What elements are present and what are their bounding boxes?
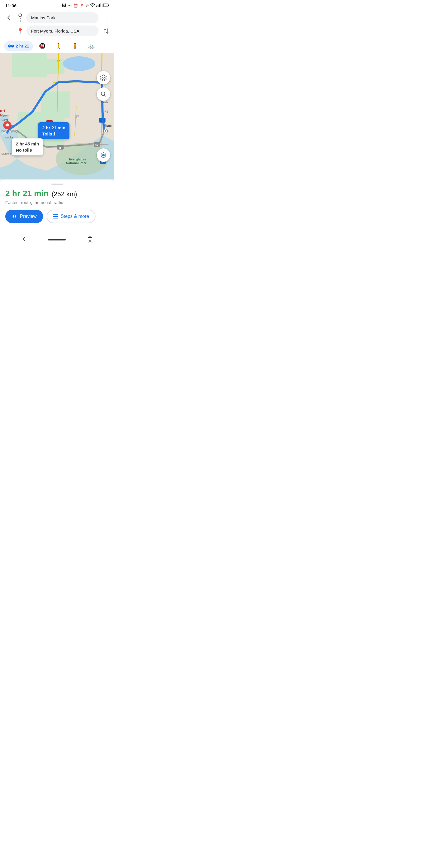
preview-button[interactable]: Preview bbox=[5, 210, 43, 223]
route-description: Fastest route, the usual traffic bbox=[5, 200, 109, 205]
svg-text:Everglades: Everglades bbox=[69, 157, 86, 161]
svg-rect-6 bbox=[108, 5, 109, 6]
transit-icon: 🚇 bbox=[39, 43, 45, 49]
search-header: ⋮ 📍 bbox=[0, 10, 114, 39]
wifi-icon bbox=[90, 3, 95, 8]
svg-rect-5 bbox=[103, 4, 104, 6]
origin-dot bbox=[19, 13, 22, 17]
route-dots bbox=[20, 18, 21, 22]
mode-transit[interactable]: 🚇 bbox=[35, 41, 50, 51]
svg-text:27: 27 bbox=[75, 115, 79, 119]
svg-rect-11 bbox=[41, 59, 64, 74]
drive-label: 2 hr 21 bbox=[16, 44, 29, 49]
secondary-route-time: 2 hr 45 min bbox=[16, 141, 39, 147]
steps-icon bbox=[53, 214, 58, 219]
steps-more-button[interactable]: Steps & more bbox=[46, 210, 96, 223]
route-distance: (252 km) bbox=[52, 190, 77, 198]
nav-home-pill[interactable] bbox=[48, 239, 66, 241]
svg-text:Bonita Springs: Bonita Springs bbox=[1, 130, 19, 132]
svg-text:Myers: Myers bbox=[0, 114, 9, 117]
nav-back-button[interactable] bbox=[18, 235, 30, 245]
svg-rect-2 bbox=[99, 4, 100, 7]
back-button[interactable] bbox=[3, 12, 14, 23]
svg-point-54 bbox=[102, 154, 105, 156]
svg-text:27: 27 bbox=[57, 60, 60, 63]
status-bar: 11:36 🖼 ••• ⏰ 📍 ⊖ bbox=[0, 0, 114, 10]
layers-button[interactable] bbox=[97, 71, 110, 85]
mode-drive[interactable]: 2 hr 21 bbox=[4, 41, 33, 51]
svg-point-63 bbox=[89, 236, 91, 237]
preview-label: Preview bbox=[20, 214, 37, 219]
mode-rideshare[interactable]: 🧍 bbox=[68, 41, 83, 51]
preview-icon bbox=[12, 214, 18, 219]
svg-rect-13 bbox=[41, 92, 70, 118]
origin-input[interactable] bbox=[26, 12, 98, 23]
alarm-icon: ⏰ bbox=[73, 3, 78, 8]
secondary-route-bubble[interactable]: 2 hr 45 min No tolls bbox=[12, 138, 43, 155]
mode-walk[interactable]: 🚶 bbox=[51, 41, 66, 51]
primary-route-bubble[interactable]: 2 hr 21 min Tolls ℹ bbox=[38, 122, 69, 139]
svg-rect-1 bbox=[98, 5, 98, 7]
dest-icon-col: 📍 bbox=[17, 28, 24, 34]
nav-accessibility-button[interactable] bbox=[84, 234, 96, 246]
svg-text:Naples: Naples bbox=[5, 136, 14, 139]
my-location-button[interactable] bbox=[97, 148, 110, 162]
svg-point-52 bbox=[105, 130, 106, 132]
destination-row: 📍 bbox=[3, 26, 111, 36]
primary-route-time: 2 hr 21 min bbox=[42, 125, 65, 131]
svg-text:Coral: Coral bbox=[1, 119, 8, 121]
signal-icon bbox=[96, 3, 101, 8]
dots-icon: ••• bbox=[67, 4, 72, 7]
map-container[interactable]: Everglades National Park 27 98 27 75 41 … bbox=[0, 53, 114, 180]
action-buttons: Preview Steps & more bbox=[5, 210, 109, 223]
more-options-button[interactable]: ⋮ bbox=[101, 13, 111, 23]
walk-icon: 🚶 bbox=[55, 43, 62, 49]
secondary-route-desc: No tolls bbox=[16, 147, 39, 153]
sheet-handle bbox=[51, 184, 63, 185]
map-search-button[interactable] bbox=[97, 87, 110, 101]
mode-bike[interactable]: 🚲 bbox=[84, 41, 99, 51]
destination-pin-icon: 📍 bbox=[17, 28, 24, 34]
status-icons: 🖼 ••• ⏰ 📍 ⊖ bbox=[62, 3, 109, 8]
bike-icon: 🚲 bbox=[88, 43, 95, 49]
svg-rect-3 bbox=[100, 3, 101, 7]
bottom-sheet: 2 hr 21 min (252 km) Fastest route, the … bbox=[0, 180, 114, 230]
transport-modes: 2 hr 21 🚇 🚶 🧍 🚲 bbox=[0, 39, 114, 53]
primary-route-tolls: Tolls ℹ bbox=[42, 131, 65, 137]
bottom-nav bbox=[0, 230, 114, 250]
battery-icon bbox=[103, 3, 109, 8]
location-status-icon: 📍 bbox=[79, 3, 84, 8]
route-summary: 2 hr 21 min (252 km) bbox=[5, 189, 109, 198]
origin-row: ⋮ bbox=[3, 12, 111, 23]
dnd-icon: ⊖ bbox=[86, 3, 89, 8]
route-icons bbox=[17, 13, 24, 22]
route-time: 2 hr 21 min bbox=[5, 189, 48, 198]
steps-label: Steps & more bbox=[61, 214, 89, 219]
rideshare-icon: 🧍 bbox=[72, 43, 78, 49]
svg-rect-0 bbox=[96, 6, 97, 7]
swap-directions-button[interactable] bbox=[101, 26, 111, 36]
svg-point-17 bbox=[63, 56, 95, 71]
svg-text:National Park: National Park bbox=[66, 161, 87, 165]
map-svg: Everglades National Park 27 98 27 75 41 … bbox=[0, 53, 114, 180]
destination-input[interactable] bbox=[26, 26, 98, 36]
photo-icon: 🖼 bbox=[62, 3, 66, 8]
svg-text:ort: ort bbox=[0, 108, 5, 113]
status-time: 11:36 bbox=[5, 3, 17, 8]
drive-icon bbox=[8, 43, 14, 49]
